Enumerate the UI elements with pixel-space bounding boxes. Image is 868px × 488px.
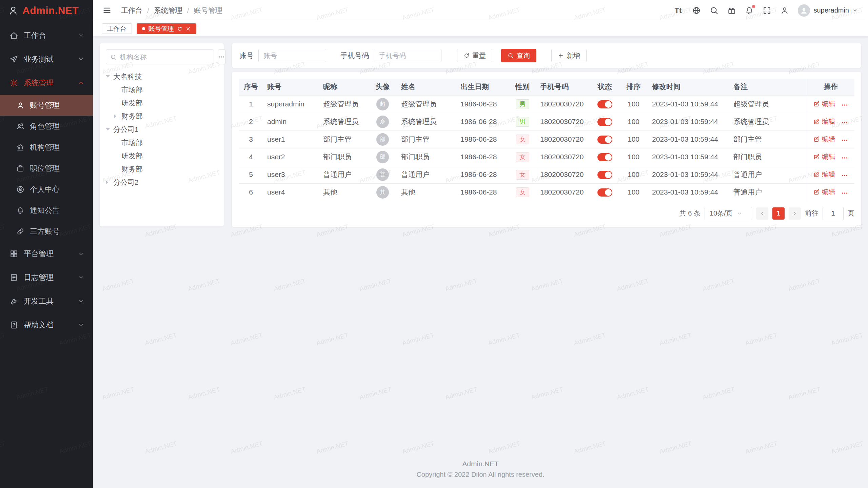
sidebar-item-notice[interactable]: 通知公告: [0, 200, 93, 221]
phone-input[interactable]: [374, 49, 441, 62]
table-row: 1 superadmin 超级管理员 超 超级管理员 1986-06-28 男 …: [239, 95, 854, 113]
row-more-button[interactable]: [841, 101, 848, 109]
edit-button[interactable]: 编辑: [813, 99, 835, 108]
sidebar-item-position-mgmt[interactable]: 职位管理: [0, 158, 93, 179]
user-menu[interactable]: superadmin: [798, 4, 858, 17]
prev-page-button[interactable]: [756, 207, 768, 220]
accounts-table: 序号 账号 昵称 头像 姓名 出生日期 性别 手机号码 状态 排序: [239, 79, 854, 201]
tree-node[interactable]: 大名科技: [106, 70, 218, 83]
breadcrumb-item[interactable]: 工作台: [121, 6, 142, 15]
sidebar-menu: 工作台 业务测试 系统管理 账号管理 角色管理: [0, 21, 93, 337]
cell-remark: 普通用户: [729, 183, 807, 201]
tree-more-button[interactable]: [218, 49, 225, 64]
help-icon: [9, 321, 18, 329]
row-more-button[interactable]: [841, 137, 848, 144]
close-icon[interactable]: [185, 26, 191, 32]
gender-tag: 男: [516, 99, 529, 109]
row-more-button[interactable]: [841, 172, 848, 179]
sidebar-item-org-mgmt[interactable]: 机构管理: [0, 137, 93, 158]
cell-index: 1: [239, 95, 263, 113]
status-toggle[interactable]: [597, 188, 612, 197]
cell-account: user3: [263, 166, 319, 183]
caret-collapsed-icon[interactable]: [114, 114, 121, 118]
tree-node[interactable]: 研发部: [106, 96, 218, 109]
caret-collapsed-icon[interactable]: [106, 180, 113, 184]
sidebar-item-help-docs[interactable]: 帮助文档: [0, 313, 93, 337]
tree-node[interactable]: 市场部: [106, 83, 218, 96]
search-icon: [508, 53, 514, 59]
page-number-current[interactable]: 1: [772, 207, 785, 220]
search-icon[interactable]: [710, 6, 718, 15]
org-search-input[interactable]: [120, 53, 210, 61]
font-size-icon[interactable]: Tt: [674, 6, 683, 15]
refresh-icon: [463, 53, 470, 59]
status-toggle[interactable]: [597, 100, 612, 108]
chevron-down-icon: [737, 211, 742, 216]
column-header: 姓名: [397, 79, 456, 95]
edit-button[interactable]: 编辑: [813, 187, 835, 197]
column-header: 操作: [807, 79, 854, 95]
user-settings-icon[interactable]: [780, 6, 789, 15]
page-size-select[interactable]: 10条/页: [705, 207, 752, 220]
edit-button[interactable]: 编辑: [813, 152, 835, 161]
tree-node[interactable]: 分公司1: [106, 123, 218, 136]
edit-button[interactable]: 编辑: [813, 117, 835, 126]
gift-icon[interactable]: [727, 6, 736, 15]
plus-icon: [558, 53, 564, 59]
row-more-button[interactable]: [841, 189, 848, 197]
sidebar-item-account-mgmt[interactable]: 账号管理: [0, 95, 93, 116]
table-row: 2 admin 系统管理员 系 系统管理员 1986-06-28 男 18020…: [239, 113, 854, 130]
sidebar-item-third-party-account[interactable]: 三方账号: [0, 221, 93, 242]
notification-bell-icon[interactable]: [745, 6, 754, 15]
sidebar-item-system-mgmt[interactable]: 系统管理: [0, 71, 93, 95]
status-toggle[interactable]: [597, 118, 612, 126]
sidebar-item-platform-mgmt[interactable]: 平台管理: [0, 242, 93, 266]
sidebar-item-dev-tools[interactable]: 开发工具: [0, 289, 93, 313]
tree-node[interactable]: 市场部: [106, 136, 218, 149]
search-button[interactable]: 查询: [501, 49, 536, 62]
tree-node[interactable]: 财务部: [106, 109, 218, 123]
column-header: 状态: [590, 79, 619, 95]
globe-icon[interactable]: [692, 6, 701, 15]
page-size-value: 10条/页: [710, 209, 733, 218]
cell-order: 100: [619, 95, 648, 113]
status-toggle[interactable]: [597, 153, 612, 161]
account-input[interactable]: [258, 49, 326, 62]
goto-page-input[interactable]: [823, 207, 844, 220]
chevron-down-icon: [78, 33, 84, 39]
tree-node[interactable]: 分公司2: [106, 176, 218, 189]
tree-node[interactable]: 财务部: [106, 162, 218, 176]
caret-expanded-icon[interactable]: [106, 128, 113, 130]
breadcrumb-separator: /: [147, 6, 149, 15]
row-more-button[interactable]: [841, 119, 848, 126]
cell-account: user2: [263, 148, 319, 166]
breadcrumb-item[interactable]: 系统管理: [154, 6, 182, 15]
sidebar-item-workbench[interactable]: 工作台: [0, 24, 93, 47]
tab-workbench[interactable]: 工作台: [102, 23, 132, 34]
caret-expanded-icon[interactable]: [106, 75, 113, 78]
cell-order: 100: [619, 166, 648, 183]
sidebar-item-log-mgmt[interactable]: 日志管理: [0, 266, 93, 289]
sidebar-item-label: 个人中心: [30, 184, 85, 195]
fullscreen-icon[interactable]: [763, 6, 771, 15]
tree-node[interactable]: 研发部: [106, 149, 218, 162]
add-button[interactable]: 新增: [551, 49, 587, 62]
edit-button[interactable]: 编辑: [813, 170, 835, 179]
sidebar-item-label: 系统管理: [24, 78, 78, 88]
paper-plane-icon: [9, 55, 18, 64]
logo: Admin.NET: [0, 0, 93, 21]
row-more-button[interactable]: [841, 154, 848, 162]
status-toggle[interactable]: [597, 171, 612, 179]
edit-button[interactable]: 编辑: [813, 135, 835, 144]
gender-tag: 女: [516, 170, 529, 180]
next-page-button[interactable]: [789, 207, 801, 220]
hamburger-menu-icon[interactable]: [102, 6, 112, 15]
cell-account: superadmin: [263, 95, 319, 113]
sidebar-item-business-test[interactable]: 业务测试: [0, 47, 93, 71]
reset-button[interactable]: 重置: [457, 49, 492, 62]
status-toggle[interactable]: [597, 136, 612, 144]
refresh-icon[interactable]: [177, 26, 182, 32]
tab-account-mgmt-active[interactable]: 账号管理: [137, 23, 196, 34]
sidebar-item-role-mgmt[interactable]: 角色管理: [0, 116, 93, 137]
sidebar-item-profile-center[interactable]: 个人中心: [0, 179, 93, 200]
